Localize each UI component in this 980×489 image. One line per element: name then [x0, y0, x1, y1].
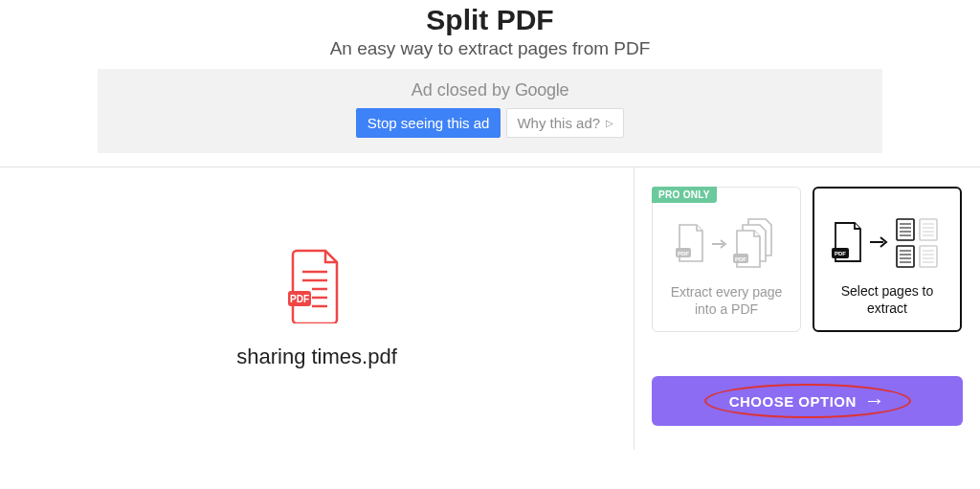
- select-pages-illustration: PDF: [830, 214, 945, 272]
- extract-every-illustration: PDF PDF: [674, 215, 779, 273]
- page-title: Split PDF: [0, 4, 980, 36]
- ad-buttons: Stop seeing this ad Why this ad? ▷: [356, 108, 624, 138]
- google-logo-text: Google: [515, 80, 568, 100]
- ad-closed-text: Ad closed by Google: [98, 80, 882, 100]
- svg-text:PDF: PDF: [835, 251, 846, 256]
- file-panel: PDF sharing times.pdf: [0, 167, 634, 450]
- arrow-right-icon: →: [864, 389, 886, 413]
- svg-rect-13: [897, 219, 914, 240]
- svg-rect-16: [920, 246, 937, 267]
- pro-only-badge: PRO ONLY: [652, 187, 717, 203]
- why-this-ad-label: Why this ad?: [517, 115, 600, 131]
- pdf-file-icon: PDF: [286, 249, 347, 327]
- ad-closed-prefix: Ad closed by: [412, 80, 515, 100]
- choose-option-button[interactable]: CHOOSE OPTION →: [652, 376, 963, 426]
- ad-banner: Ad closed by Google Stop seeing this ad …: [98, 69, 882, 153]
- stop-seeing-ad-button[interactable]: Stop seeing this ad: [356, 108, 501, 138]
- svg-text:PDF: PDF: [678, 251, 689, 256]
- svg-rect-15: [920, 219, 937, 240]
- choose-option-label: CHOOSE OPTION: [729, 393, 857, 410]
- svg-text:PDF: PDF: [735, 256, 746, 262]
- option-extract-every-page[interactable]: PRO ONLY PDF: [652, 187, 801, 332]
- option-select-pages-label: Select pages to extract: [814, 283, 960, 317]
- page-subtitle: An easy way to extract pages from PDF: [0, 38, 980, 59]
- filename-label: sharing times.pdf: [236, 345, 397, 369]
- content-row: PDF sharing times.pdf PRO ONLY PDF: [0, 167, 980, 450]
- adchoices-icon: ▷: [606, 118, 613, 128]
- option-cards: PRO ONLY PDF: [652, 187, 963, 332]
- why-this-ad-button[interactable]: Why this ad? ▷: [506, 108, 624, 138]
- svg-text:PDF: PDF: [290, 294, 309, 304]
- header: Split PDF An easy way to extract pages f…: [0, 0, 980, 59]
- right-panel: PRO ONLY PDF: [634, 167, 980, 450]
- option-select-pages[interactable]: PDF: [813, 187, 962, 332]
- svg-rect-14: [897, 246, 914, 267]
- option-extract-every-label: Extract every page into a PDF: [653, 284, 800, 318]
- choose-option-wrap: CHOOSE OPTION →: [652, 376, 963, 426]
